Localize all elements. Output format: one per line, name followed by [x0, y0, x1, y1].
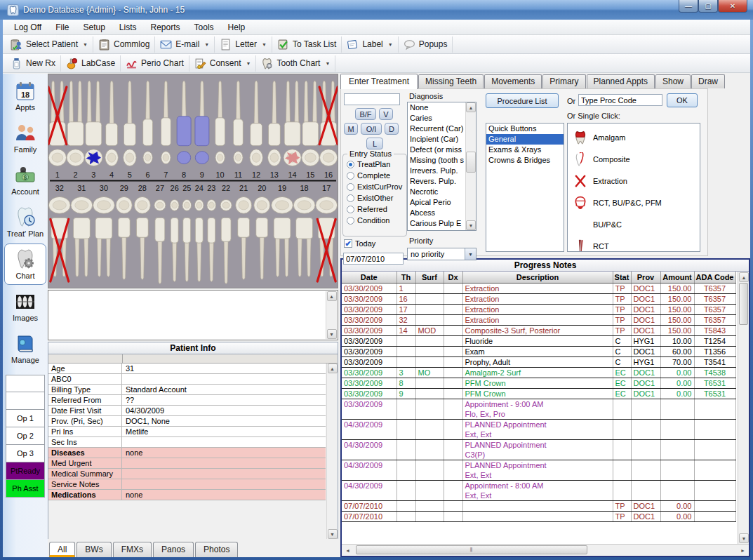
surface-button-l[interactable]: L: [366, 138, 383, 149]
image-tab-all[interactable]: All: [49, 542, 75, 557]
column-header-stat[interactable]: Stat: [613, 272, 631, 283]
toolbar-button-commlog[interactable]: Commlog: [93, 36, 155, 53]
scroll-left-icon[interactable]: ◄: [342, 545, 353, 555]
scroll-up-icon[interactable]: ▲: [739, 272, 749, 282]
chevron-down-icon[interactable]: ▼: [204, 42, 209, 47]
tab-draw[interactable]: Draw: [691, 74, 725, 88]
sidebar-item-chart[interactable]: Chart: [4, 244, 46, 285]
progress-note-row[interactable]: 03/30/200917 ExtractionTPDOC1150.00T6357: [342, 304, 735, 314]
image-tab-fmxs[interactable]: FMXs: [113, 542, 152, 557]
image-tab-photos[interactable]: Photos: [195, 542, 238, 557]
quick-button-extraction[interactable]: Extraction: [568, 170, 700, 192]
menu-item-setup[interactable]: Setup: [76, 20, 112, 34]
menu-item-tools[interactable]: Tools: [187, 20, 221, 34]
quick-category-crowns-bridges[interactable]: Crowns & Bridges: [486, 155, 564, 166]
priority-dropdown[interactable]: no priority ▼: [407, 248, 477, 260]
diagnosis-item-necrotic[interactable]: Necrotic: [408, 187, 465, 197]
tab-planned-appts[interactable]: Planned Appts: [587, 74, 655, 88]
surface-display-field[interactable]: [344, 93, 400, 105]
scroll-thumb[interactable]: ⦀: [356, 545, 587, 554]
surface-button-m[interactable]: M: [344, 123, 358, 135]
quick-button-bu-p-c[interactable]: BU/P&C: [568, 213, 700, 235]
surface-button-d[interactable]: D: [385, 123, 399, 135]
surface-button-v[interactable]: V: [379, 108, 393, 120]
chevron-down-icon[interactable]: ▼: [246, 61, 251, 66]
progress-notes-header-row[interactable]: DateThSurfDxDescriptionStatProvAmountADA…: [342, 272, 735, 283]
procedure-list-button[interactable]: Procedure List: [486, 93, 559, 108]
maximize-button[interactable]: ▢: [698, 0, 718, 13]
proc-code-input[interactable]: [578, 94, 662, 106]
progress-note-row[interactable]: 03/30/2009 ExamCDOC160.00T1356: [342, 346, 735, 356]
radio-complete[interactable]: Complete: [343, 170, 406, 181]
note-scrollbar[interactable]: ▲ ▼: [326, 291, 337, 339]
sidebar-item-appts[interactable]: 18Appts: [4, 75, 46, 116]
toolbar-button-letter[interactable]: Letter▼: [215, 36, 272, 53]
progress-note-row[interactable]: 03/30/2009 Prophy, AdultCHYG170.00T3541: [342, 356, 735, 367]
diagnosis-listbox[interactable]: NoneCariesRecurrent (Car)Incipient (Car)…: [407, 102, 477, 231]
quick-category-exams-xrays[interactable]: Exams & Xrays: [486, 145, 564, 155]
op-button-op-2[interactable]: Op 2: [6, 427, 45, 445]
progress-note-row[interactable]: 03/30/200914MOD Composite-3 Surf, Poster…: [342, 325, 735, 335]
sidebar-item-account[interactable]: $Account: [4, 159, 46, 201]
toolbar-button-tooth-chart[interactable]: Tooth Chart▼: [256, 55, 335, 72]
progress-note-row[interactable]: 04/30/2009 PLANNED AppointmentExt, Ext: [342, 460, 735, 480]
tab-show[interactable]: Show: [655, 74, 691, 88]
menu-item-file[interactable]: File: [48, 20, 76, 34]
column-header-amount[interactable]: Amount: [660, 272, 694, 283]
chart-note-area[interactable]: ▲ ▼: [48, 290, 338, 340]
op-button-empty[interactable]: [6, 375, 45, 392]
diagnosis-item-incipient-car[interactable]: Incipient (Car): [408, 134, 465, 145]
progress-note-row[interactable]: 03/30/200916 ExtractionTPDOC1150.00T6357: [342, 293, 735, 304]
progress-notes-vscrollbar[interactable]: ▲ ▼: [738, 272, 749, 544]
column-header-description[interactable]: Description: [462, 272, 613, 283]
diagnosis-item-carious-pulp-e[interactable]: Carious Pulp E: [408, 218, 465, 229]
progress-note-row[interactable]: 07/07/2010 TPDOC10.00: [342, 500, 735, 511]
toolbar-button-select-patient[interactable]: Select Patient▼: [6, 36, 93, 53]
sidebar-item-manage[interactable]: Manage: [4, 328, 46, 369]
toolbar-button-labcase[interactable]: LabCase: [61, 55, 121, 72]
column-header-dx[interactable]: Dx: [444, 272, 462, 283]
ok-button[interactable]: OK: [667, 93, 698, 107]
scroll-thumb[interactable]: [739, 283, 748, 325]
scroll-down-icon[interactable]: ▼: [739, 533, 749, 543]
diagnosis-item-apical-perio[interactable]: Apical Perio: [408, 197, 465, 208]
column-header-surf[interactable]: Surf: [415, 272, 444, 283]
progress-note-row[interactable]: 04/30/2009 Appointment - 8:00 AMExt, Ext: [342, 480, 735, 500]
column-header-ada-code[interactable]: ADA Code: [694, 272, 735, 283]
column-header-date[interactable]: Date: [342, 272, 397, 283]
diagnosis-item-caries[interactable]: Caries: [408, 113, 465, 124]
menu-item-help[interactable]: Help: [221, 20, 253, 34]
op-button-ptready[interactable]: PtReady: [6, 462, 45, 480]
quick-button-rct-bu-p-c-pfm[interactable]: RCT, BU/P&C, PFM: [568, 192, 700, 213]
chevron-down-icon[interactable]: ▼: [83, 42, 88, 47]
scroll-thumb[interactable]: [466, 152, 476, 173]
toolbar-button-consent[interactable]: Consent▼: [189, 55, 257, 72]
radio-referred[interactable]: Referred: [343, 204, 406, 215]
scroll-right-icon[interactable]: ►: [738, 545, 748, 555]
surface-button-b-f[interactable]: B/F: [355, 108, 376, 120]
column-header-prov[interactable]: Prov: [631, 272, 660, 283]
surface-button-o-i[interactable]: O/I: [361, 123, 382, 135]
tab-movements[interactable]: Movements: [484, 74, 542, 88]
scroll-up-icon[interactable]: ▲: [328, 364, 338, 373]
radio-existother[interactable]: ExistOther: [343, 192, 406, 204]
op-button-empty[interactable]: [6, 392, 45, 410]
diagnosis-item-revers-pulp[interactable]: Revers. Pulp.: [408, 176, 465, 187]
menu-item-lists[interactable]: Lists: [112, 20, 144, 34]
progress-note-row[interactable]: 03/30/200932 ExtractionTPDOC1150.00T6357: [342, 314, 735, 325]
close-button[interactable]: ✕: [718, 0, 747, 13]
progress-notes-hscrollbar[interactable]: ◄ ⦀ ►: [342, 544, 749, 556]
op-button-op-3[interactable]: Op 3: [6, 445, 45, 462]
column-header-th[interactable]: Th: [397, 272, 415, 283]
toolbar-button-label[interactable]: Label▼: [342, 36, 398, 53]
scroll-down-icon[interactable]: ▼: [327, 329, 337, 339]
op-button-ph-asst[interactable]: Ph Asst: [6, 480, 45, 498]
quick-category-general[interactable]: General: [486, 134, 564, 145]
quick-category-listbox[interactable]: Quick ButtonsGeneralExams & XraysCrowns …: [486, 123, 564, 252]
toolbar-button-popups[interactable]: Popups: [399, 36, 453, 53]
sidebar-item-images[interactable]: Images: [4, 286, 46, 327]
diagnosis-item-defect-or-miss[interactable]: Defect (or miss: [408, 145, 465, 155]
radio-existcurprov[interactable]: ExistCurProv: [343, 181, 406, 192]
chevron-down-icon[interactable]: ▼: [325, 61, 330, 66]
progress-note-row[interactable]: 03/30/2009 FluorideCHYG110.00T1254: [342, 335, 735, 346]
